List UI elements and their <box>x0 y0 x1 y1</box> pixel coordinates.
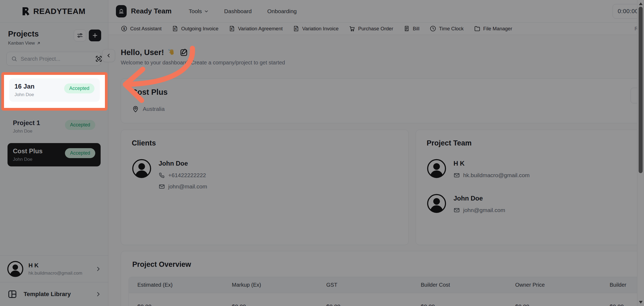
welcome-subtitle: Welcome to your dashboard. Create a comp… <box>121 60 285 66</box>
user-profile[interactable]: H K hk.buildmacro@gmail.com <box>0 256 108 282</box>
page-scrollbar[interactable] <box>637 0 644 306</box>
svg-text:$: $ <box>295 27 297 30</box>
mail-icon <box>453 172 460 178</box>
clients-card: Clients John Doe +61422222222 <box>121 130 409 245</box>
avatar-icon <box>7 261 24 277</box>
projects-title: Projects <box>8 30 41 38</box>
search-icon <box>11 56 17 62</box>
project-item-project-1[interactable]: Project 1 John Doe Accepted <box>8 115 101 138</box>
nav-dashboard[interactable]: Dashboard <box>224 8 252 14</box>
column-header: Builder Cost <box>412 277 507 293</box>
project-list: 16 Jan John Doe Accepted Project 1 John … <box>0 72 108 166</box>
cell-value: $0.00 <box>412 293 507 306</box>
receipt-icon <box>403 25 410 32</box>
avatar-icon <box>427 159 447 178</box>
sliders-icon <box>76 32 83 39</box>
project-item-cost-plus[interactable]: Cost Plus John Doe Accepted <box>8 143 101 166</box>
project-name: 16 Jan <box>14 83 35 90</box>
member-name: H K <box>453 160 530 167</box>
svg-text:$: $ <box>231 27 232 30</box>
greeting-text: Hello, User! <box>121 48 164 57</box>
tool-purchase-order[interactable]: Purchase Order <box>349 25 393 32</box>
tutorial-highlight-box: 16 Jan John Doe Accepted <box>1 72 108 111</box>
location-pin-icon <box>132 105 139 113</box>
client-entry: John Doe +61422222222 <box>132 159 398 190</box>
app-name: Ready Team <box>131 7 171 15</box>
dashboard-content: Hello, User! Welcome to your dashboard. … <box>108 35 644 306</box>
cell-value: $0.00 <box>507 293 601 306</box>
tool-cost-assistant[interactable]: $ Cost Assistant <box>121 25 162 32</box>
team-member-entry: John Doe john@gmail.com <box>427 194 644 213</box>
filter-button[interactable] <box>74 30 86 41</box>
template-library-icon <box>7 289 18 300</box>
add-project-button[interactable] <box>89 30 101 41</box>
cart-icon <box>349 25 356 32</box>
client-phone: +61422222222 <box>168 172 206 178</box>
user-email: hk.buildmacro@gmail.com <box>28 271 82 276</box>
edit-greeting-icon[interactable] <box>180 48 189 57</box>
project-title: Cost Plus <box>132 88 168 97</box>
search-input[interactable] <box>21 56 92 62</box>
cell-value: $0.00 <box>223 293 318 306</box>
scan-search-icon[interactable] <box>95 55 103 63</box>
kanban-view-link[interactable]: Kanban View <box>8 41 41 46</box>
user-name: H K <box>28 262 82 269</box>
mail-icon <box>159 183 165 190</box>
tool-file-manager[interactable]: File Manager <box>474 25 512 32</box>
project-name: Project 1 <box>13 119 40 127</box>
project-location: Australia <box>143 106 165 112</box>
external-arrow-icon <box>36 41 41 45</box>
company-icon[interactable] <box>116 5 127 17</box>
tool-outgoing-invoice[interactable]: $ Outgoing Invoice <box>172 25 218 32</box>
overview-title: Project Overview <box>132 260 644 269</box>
brand-logo: READYTEAM <box>0 0 108 23</box>
readyteam-logo-icon <box>21 6 31 16</box>
avatar-icon <box>427 194 447 213</box>
project-name: Cost Plus <box>13 147 43 155</box>
folder-icon <box>474 25 481 32</box>
nav-onboarding[interactable]: Onboarding <box>267 8 297 14</box>
invoice-icon: $ <box>172 25 178 32</box>
cell-value: $0.00 <box>318 293 412 306</box>
sidebar: READYTEAM Projects Kanban View <box>0 0 108 306</box>
scroll-thumb[interactable] <box>639 7 643 173</box>
sidebar-collapse-button[interactable] <box>102 49 115 62</box>
clients-title: Clients <box>132 139 398 147</box>
project-owner: John Doe <box>14 92 35 97</box>
project-team-card: Project Team H K hk.buildmacro@gmail. <box>416 130 644 245</box>
project-owner: John Doe <box>13 157 43 162</box>
team-member-entry: H K hk.buildmacro@gmail.com <box>427 159 644 178</box>
scroll-up-icon[interactable] <box>639 2 643 5</box>
cell-value: $0.00 <box>129 293 223 306</box>
project-item-16-jan[interactable]: 16 Jan John Doe Accepted <box>9 78 100 102</box>
overview-table: Estimated (Ex) Markup (Ex) GST Builder C… <box>129 277 644 306</box>
brand-logo-text: READYTEAM <box>33 7 86 16</box>
tool-bill[interactable]: Bill <box>403 25 419 32</box>
main-area: Ready Team Tools Dashboard Onboarding 0:… <box>108 0 644 306</box>
status-badge: Accepted <box>65 120 95 130</box>
column-header: GST <box>318 277 412 293</box>
project-search <box>6 52 101 66</box>
invoice-icon: $ <box>229 25 235 32</box>
app-root: READYTEAM Projects Kanban View <box>0 0 644 306</box>
team-title: Project Team <box>427 139 644 147</box>
tool-time-clock[interactable]: Time Clock <box>430 25 464 32</box>
client-name: John Doe <box>159 160 207 167</box>
column-header: Estimated (Ex) <box>129 277 223 293</box>
tool-variation-agreement[interactable]: $ Variation Agreement <box>229 25 283 32</box>
template-library-item[interactable]: Template Library <box>0 282 108 306</box>
member-name: John Doe <box>453 195 505 202</box>
template-library-label: Template Library <box>24 291 71 298</box>
tool-variation-invoice[interactable]: $ Variation Invoice <box>293 25 338 32</box>
scroll-down-icon[interactable] <box>639 301 643 304</box>
invoice-icon: $ <box>293 25 299 32</box>
member-email: john@gmail.com <box>463 207 505 213</box>
timer-value: 0:00:00 <box>618 8 638 15</box>
nav-tools[interactable]: Tools <box>189 8 208 14</box>
wave-emoji-icon <box>168 48 176 56</box>
member-email: hk.buildmacro@gmail.com <box>463 172 530 178</box>
dollar-circle-icon: $ <box>121 25 127 32</box>
top-navbar: Ready Team Tools Dashboard Onboarding 0:… <box>108 0 644 23</box>
phone-icon <box>159 172 165 178</box>
project-overview-card: Project Overview Estimated (Ex) Markup (… <box>121 251 644 306</box>
